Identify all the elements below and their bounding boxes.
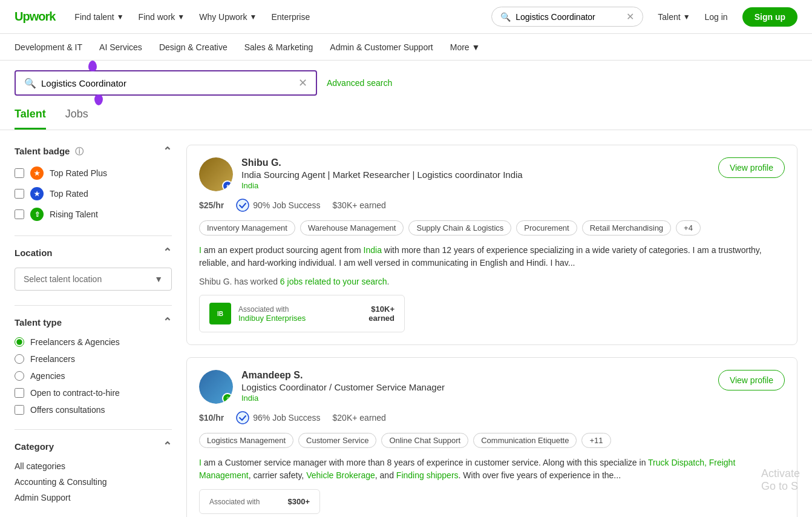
cat-ai-services[interactable]: AI Services	[99, 42, 142, 52]
top-search-input[interactable]	[516, 12, 621, 22]
svg-point-0	[237, 199, 249, 211]
category-filter: Category ⌃ All categories Accounting & C…	[15, 440, 172, 502]
filter-top-rated-plus[interactable]: ★ Top Rated Plus	[15, 166, 172, 180]
view-profile-button-2[interactable]: View profile	[718, 370, 785, 390]
checkbox-rising-talent[interactable]	[15, 209, 24, 219]
top-rated-icon: ★	[30, 187, 44, 200]
search-row: 🔍 ✕ Advanced search	[0, 61, 812, 96]
checkbox-offers-consultations[interactable]	[15, 405, 24, 415]
tab-talent[interactable]: Talent	[15, 108, 46, 130]
checkbox-contract-to-hire[interactable]	[15, 388, 24, 398]
talent-type-header: Talent type ⌃	[15, 315, 172, 329]
location-header: Location ⌃	[15, 246, 172, 259]
cat-link-admin[interactable]: Admin Support	[15, 493, 172, 502]
assoc-earned-1: $10K+earned	[368, 305, 395, 323]
tag-more-1[interactable]: +4	[676, 220, 701, 235]
tag-more-2[interactable]: +11	[581, 433, 611, 448]
top-rated-plus-label: Top Rated Plus	[50, 168, 107, 178]
talent-type-collapse[interactable]: ⌃	[163, 315, 172, 329]
talent-badge-header: Talent badge ⓘ ⌃	[15, 145, 172, 158]
associated-with-1: IB Associated with Indibuy Enterprises $…	[199, 295, 405, 332]
tag-retail-merchandising[interactable]: Retail Merchandising	[582, 220, 671, 235]
cat-sales-marketing[interactable]: Sales & Marketing	[244, 42, 313, 52]
category-title: Category	[15, 441, 54, 452]
category-collapse[interactable]: ⌃	[163, 440, 172, 453]
nav-find-work[interactable]: Find work ▼	[139, 12, 185, 22]
related-jobs-1: Shibu G. has worked 6 jobs related to yo…	[199, 277, 785, 286]
earned-2: $20K+ earned	[333, 413, 386, 423]
cat-link-all[interactable]: All categories	[15, 461, 172, 471]
avatar-1: ★	[199, 157, 233, 191]
filter-freelancers[interactable]: Freelancers	[15, 354, 172, 364]
location-placeholder: Select talent location	[24, 274, 102, 284]
cat-design-creative[interactable]: Design & Creative	[159, 42, 228, 52]
search-tabs: Talent Jobs	[0, 96, 812, 130]
agencies-label: Agencies	[30, 371, 65, 381]
filter-freelancers-agencies[interactable]: Freelancers & Agencies	[15, 337, 172, 347]
nav-why-upwork[interactable]: Why Upwork ▼	[199, 12, 257, 22]
tab-jobs[interactable]: Jobs	[65, 108, 88, 130]
filter-offers-consultations[interactable]: Offers consultations	[15, 405, 172, 415]
offers-consultations-label: Offers consultations	[30, 405, 105, 415]
login-button[interactable]: Log in	[705, 12, 728, 22]
filter-contract-to-hire[interactable]: Open to contract-to-hire	[15, 388, 172, 398]
freelancers-agencies-label: Freelancers & Agencies	[30, 337, 120, 347]
talent-badge-collapse[interactable]: ⌃	[163, 145, 172, 158]
card-stats-2: $10/hr 96% Job Success $20K+ earned	[199, 411, 785, 424]
main-layout: Talent badge ⓘ ⌃ ★ Top Rated Plus ★ Top …	[0, 130, 812, 517]
clear-search-icon[interactable]: ✕	[626, 11, 634, 22]
filter-top-rated[interactable]: ★ Top Rated	[15, 187, 172, 200]
job-success-1: 90% Job Success	[236, 199, 320, 212]
card-top-1: ★ Shibu G. India Sourcing Agent | Market…	[199, 157, 785, 191]
nav-find-talent[interactable]: Find talent ▼	[74, 12, 123, 22]
talent-type-dropdown[interactable]: Talent ▼	[658, 12, 690, 22]
tag-warehouse-management[interactable]: Warehouse Management	[300, 220, 404, 235]
radio-freelancers-agencies[interactable]	[15, 337, 24, 347]
assoc-name-1[interactable]: Indibuy Enterprises	[238, 314, 361, 323]
sidebar-filters: Talent badge ⓘ ⌃ ★ Top Rated Plus ★ Top …	[15, 145, 172, 517]
talent-title-1: India Sourcing Agent | Market Researcher…	[241, 170, 710, 180]
talent-location-2: India	[241, 394, 710, 403]
main-clear-button[interactable]: ✕	[298, 76, 307, 90]
checkbox-top-rated-plus[interactable]	[15, 168, 24, 178]
signup-button[interactable]: Sign up	[742, 7, 797, 27]
main-search-icon: 🔍	[24, 77, 36, 89]
radio-freelancers[interactable]	[15, 354, 24, 364]
main-search-input[interactable]	[41, 78, 293, 88]
advanced-search-link[interactable]: Advanced search	[327, 78, 392, 88]
location-collapse[interactable]: ⌃	[163, 246, 172, 259]
talent-badge-info-icon[interactable]: ⓘ	[75, 147, 83, 156]
checkbox-top-rated[interactable]	[15, 189, 24, 199]
nav-enterprise[interactable]: Enterprise	[271, 12, 310, 22]
cat-development-it[interactable]: Development & IT	[15, 42, 82, 52]
filter-rising-talent[interactable]: ⇧ Rising Talent	[15, 208, 172, 221]
tag-online-chat-support[interactable]: Online Chat Support	[381, 433, 468, 448]
job-success-icon-2	[236, 411, 249, 424]
related-jobs-link-1[interactable]: 6 jobs related to your search	[280, 277, 387, 286]
tag-procurement[interactable]: Procurement	[516, 220, 577, 235]
talent-badge-filter: Talent badge ⓘ ⌃ ★ Top Rated Plus ★ Top …	[15, 145, 172, 221]
top-navigation: Upwork Find talent ▼ Find work ▼ Why Upw…	[0, 0, 812, 34]
freelancers-label: Freelancers	[30, 354, 75, 364]
filter-agencies[interactable]: Agencies	[15, 371, 172, 381]
assoc-label-2: Associated with	[209, 498, 280, 506]
category-navigation: Development & IT AI Services Design & Cr…	[0, 34, 812, 61]
upwork-logo[interactable]: Upwork	[15, 10, 55, 24]
category-header: Category ⌃	[15, 440, 172, 453]
assoc-logo-1: IB	[209, 303, 231, 324]
tag-supply-chain-logistics[interactable]: Supply Chain & Logistics	[408, 220, 511, 235]
contract-to-hire-label: Open to contract-to-hire	[30, 388, 120, 398]
location-select[interactable]: Select talent location ▼	[15, 268, 172, 291]
cat-more[interactable]: More ▼	[450, 42, 480, 52]
card-top-2: ⇧ Amandeep S. Logistics Coordinator / Cu…	[199, 370, 785, 404]
tag-logistics-management[interactable]: Logistics Management	[199, 433, 293, 448]
radio-agencies[interactable]	[15, 371, 24, 381]
view-profile-button-1[interactable]: View profile	[718, 157, 785, 178]
cat-admin-customer-support[interactable]: Admin & Customer Support	[330, 42, 433, 52]
tag-communication-etiquette[interactable]: Communication Etiquette	[473, 433, 577, 448]
talent-card-1: ★ Shibu G. India Sourcing Agent | Market…	[186, 145, 797, 345]
cat-link-accounting[interactable]: Accounting & Consulting	[15, 477, 172, 487]
tag-customer-service[interactable]: Customer Service	[298, 433, 376, 448]
tag-inventory-management[interactable]: Inventory Management	[199, 220, 295, 235]
talent-location-1: India	[241, 181, 710, 190]
